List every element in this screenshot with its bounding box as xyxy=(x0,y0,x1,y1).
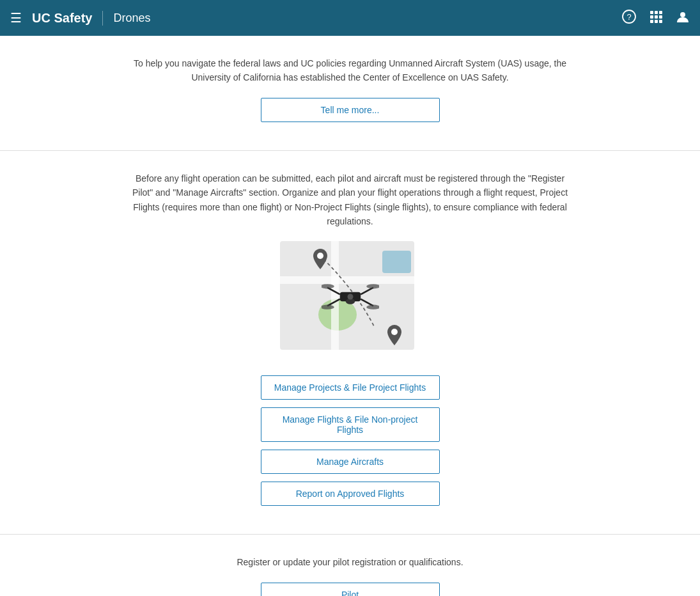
drone-svg xyxy=(322,278,379,316)
pilot-text: Register or update your pilot registrati… xyxy=(127,555,574,569)
tell-me-more-button[interactable]: Tell me more... xyxy=(261,98,440,122)
svg-rect-8 xyxy=(650,20,653,23)
main-section: Before any flight operation can be submi… xyxy=(0,151,700,535)
svg-rect-6 xyxy=(655,15,658,19)
svg-rect-7 xyxy=(659,15,662,19)
intro-section: To help you navigate the federal laws an… xyxy=(0,36,700,150)
svg-text:?: ? xyxy=(626,12,631,22)
svg-point-23 xyxy=(366,305,379,310)
app-logo: UC Safety xyxy=(32,11,103,26)
manage-projects-button[interactable]: Manage Projects & File Project Flights xyxy=(261,375,440,400)
svg-point-24 xyxy=(347,294,353,300)
svg-rect-10 xyxy=(659,20,662,23)
map-pin-bottom xyxy=(387,325,401,350)
header-actions: ? xyxy=(622,10,690,27)
pilot-section: Register or update your pilot registrati… xyxy=(0,535,700,596)
svg-rect-9 xyxy=(655,20,658,23)
pilot-button[interactable]: Pilot xyxy=(261,583,440,596)
svg-point-12 xyxy=(317,253,323,259)
drone-illustration xyxy=(280,241,421,356)
report-approved-button[interactable]: Report on Approved Flights xyxy=(261,482,440,506)
intro-text: To help you navigate the federal laws an… xyxy=(127,56,574,85)
svg-rect-3 xyxy=(655,11,658,14)
svg-rect-5 xyxy=(650,15,653,19)
app-name: Drones xyxy=(113,12,150,25)
grid-icon[interactable] xyxy=(649,10,663,27)
action-buttons: Manage Projects & File Project Flights M… xyxy=(13,375,687,506)
manage-flights-button[interactable]: Manage Flights & File Non-project Flight… xyxy=(261,407,440,442)
menu-icon[interactable]: ☰ xyxy=(10,10,22,26)
svg-rect-2 xyxy=(650,11,653,14)
svg-point-13 xyxy=(391,329,398,335)
main-text: Before any flight operation can be submi… xyxy=(127,171,574,229)
svg-rect-4 xyxy=(659,11,662,14)
manage-aircrafts-button[interactable]: Manage Aircrafts xyxy=(261,450,440,474)
help-icon[interactable]: ? xyxy=(622,10,636,27)
app-header: ☰ UC Safety Drones ? xyxy=(0,0,700,36)
svg-point-20 xyxy=(322,285,334,289)
svg-point-21 xyxy=(366,285,379,289)
svg-point-22 xyxy=(322,305,334,310)
user-icon[interactable] xyxy=(676,10,690,27)
map-pin-top xyxy=(313,249,327,274)
svg-point-11 xyxy=(680,12,685,17)
